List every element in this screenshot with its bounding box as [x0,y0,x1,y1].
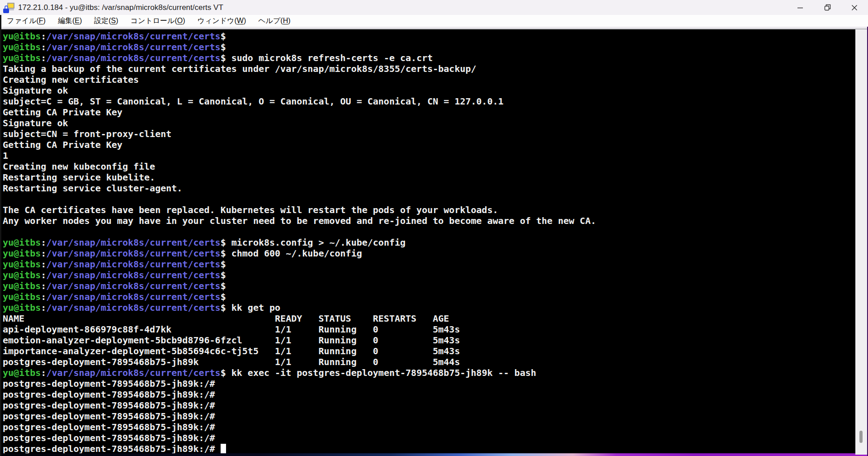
terminal-line: NAME READY STATUS RESTARTS AGE [3,313,855,324]
terminal-line: yu@itbs:/var/snap/microk8s/current/certs… [3,259,855,270]
terminal-line: postgres-deployment-7895468b75-jh89k:/# [3,400,855,411]
terminal-line: yu@itbs:/var/snap/microk8s/current/certs… [3,52,855,63]
terminal-cursor [221,444,226,453]
terminal-line: postgres-deployment-7895468b75-jh89k:/# [3,432,855,443]
terminal-line [3,226,855,237]
terminal-line: api-deployment-866979c88f-4d7kk 1/1 Runn… [3,324,855,335]
teraterm-ssh-padlock-icon [3,2,15,13]
menu-item-h[interactable]: ヘルプ(H) [258,16,290,26]
menu-bar: ファイル(F)編集(E)設定(S)コントロール(O)ウィンドウ(W)ヘルプ(H) [0,15,868,27]
window-title: 172.21.0.184 - yu@itbs: /var/snap/microk… [18,3,223,12]
terminal-line: yu@itbs:/var/snap/microk8s/current/certs… [3,248,855,259]
terminal-line: yu@itbs:/var/snap/microk8s/current/certs… [3,291,855,302]
terminal-line: Getting CA Private Key [3,107,855,118]
terminal-line: yu@itbs:/var/snap/microk8s/current/certs… [3,270,855,280]
terminal-line: Creating new certificates [3,74,855,85]
terminal-line [3,194,855,204]
terminal-line: postgres-deployment-7895468b75-jh89k:/# [3,411,855,422]
terminal-line: postgres-deployment-7895468b75-jh89k:/# [3,443,855,453]
terminal-line: yu@itbs:/var/snap/microk8s/current/certs… [3,280,855,291]
terminal-line: yu@itbs:/var/snap/microk8s/current/certs… [3,31,855,42]
terminal-line: 1 [3,150,855,161]
menu-item-f[interactable]: ファイル(F) [7,16,46,26]
terminal-line: yu@itbs:/var/snap/microk8s/current/certs… [3,42,855,52]
restore-button[interactable] [814,0,841,15]
terminal-line: importance-analyzer-deployment-5b85694c6… [3,346,855,356]
window-controls [787,0,868,15]
close-button[interactable] [841,0,868,15]
terminal-line: Restarting service kubelite. [3,172,855,183]
screen: 172.21.0.184 - yu@itbs: /var/snap/microk… [0,0,868,456]
terminal-screen[interactable]: yu@itbs:/var/snap/microk8s/current/certs… [1,29,855,453]
menu-item-o[interactable]: コントロール(O) [131,16,185,26]
terminal-line: Any worker nodes you may have in your cl… [3,215,855,226]
terminal-line: postgres-deployment-7895468b75-jh89k:/# [3,378,855,389]
terminal-scrollbar[interactable] [855,29,867,455]
terminal-line: Restarting service cluster-agent. [3,183,855,194]
restore-icon [824,4,831,11]
menu-item-e[interactable]: 編集(E) [58,16,82,26]
menu-item-s[interactable]: 設定(S) [94,16,118,26]
terminal-line: subject=C = GB, ST = Canonical, L = Cano… [3,96,855,107]
terminal-line: yu@itbs:/var/snap/microk8s/current/certs… [3,367,855,378]
desktop-wallpaper-edge [0,453,868,456]
close-icon [851,5,858,11]
terminal-line: postgres-deployment-7895468b75-jh89k 1/1… [3,356,855,367]
title-bar: 172.21.0.184 - yu@itbs: /var/snap/microk… [0,0,868,15]
minimize-icon [797,5,803,11]
scrollbar-thumb[interactable] [859,431,863,443]
terminal-line: emotion-analyzer-deployment-5bcb9d8796-6… [3,335,855,346]
terminal-line: Signature ok [3,118,855,128]
menu-item-w[interactable]: ウィンドウ(W) [198,16,246,26]
minimize-button[interactable] [787,0,814,15]
terminal-line: subject=CN = front-proxy-client [3,128,855,139]
terminal-line: The CA certificates have been replaced. … [3,204,855,215]
terminal-line: Getting CA Private Key [3,139,855,150]
terminal-line: postgres-deployment-7895468b75-jh89k:/# [3,389,855,400]
terminal-line: Taking a backup of the current certifica… [3,63,855,74]
terminal-line: yu@itbs:/var/snap/microk8s/current/certs… [3,302,855,313]
terminal-line: postgres-deployment-7895468b75-jh89k:/# [3,422,855,432]
terminal-line: Signature ok [3,85,855,96]
terminal-line: yu@itbs:/var/snap/microk8s/current/certs… [3,237,855,248]
terminal-line: Creating new kubeconfig file [3,161,855,172]
